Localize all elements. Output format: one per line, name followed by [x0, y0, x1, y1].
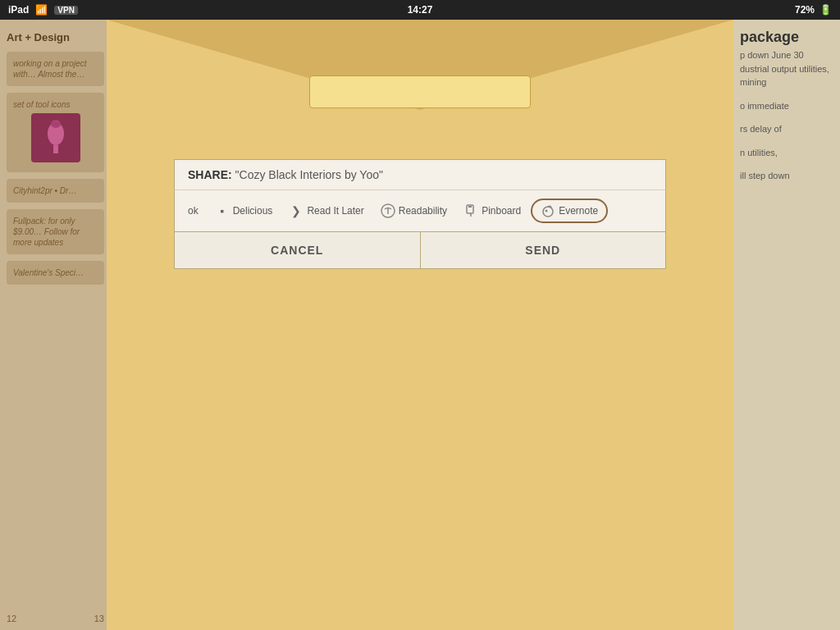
share-options-row: ok ▪ Delicious ❯ Read It Later Reada: [174, 189, 666, 232]
list-item: Valentine's Speci…: [7, 261, 104, 285]
card-image: [31, 113, 80, 162]
list-item: Cityhint2pr • Dr…: [7, 179, 104, 203]
delicious-icon: ▪: [215, 203, 230, 218]
status-left: iPad 📶 VPN: [8, 4, 78, 16]
share-option-evernote[interactable]: Evernote: [531, 199, 608, 223]
send-button[interactable]: SEND: [421, 232, 666, 268]
battery-icon: 🔋: [819, 4, 832, 16]
battery-label: 72%: [795, 4, 815, 16]
left-col-title: Art + Design: [7, 26, 104, 52]
share-label: SHARE:: [188, 168, 232, 181]
status-right: 72% 🔋: [795, 4, 832, 16]
envelope-input: [309, 75, 531, 108]
delicious-label: Delicious: [233, 205, 273, 217]
share-option-pinboard[interactable]: Pinboard: [457, 199, 527, 222]
status-bar: iPad 📶 VPN 14:27 72% 🔋: [0, 0, 840, 20]
svg-point-9: [546, 210, 548, 212]
share-dialog: SHARE: "Cozy Black Interiors by Yoo" ok …: [174, 159, 666, 269]
cancel-button[interactable]: CANCEL: [175, 232, 421, 268]
svg-point-2: [51, 120, 61, 128]
share-title: "Cozy Black Interiors by Yoo": [235, 168, 383, 181]
list-item: Fullpack: for only $9.00… Follow for mor…: [7, 209, 104, 254]
evernote-label: Evernote: [559, 205, 598, 217]
right-column: package p down June 30 dustrial output u…: [733, 20, 840, 630]
wifi-icon: 📶: [35, 4, 48, 16]
list-item: set of tool icons: [7, 93, 104, 172]
readability-icon: [381, 203, 395, 218]
share-header: SHARE: "Cozy Black Interiors by Yoo": [174, 159, 666, 189]
ok-label: ok: [188, 205, 199, 217]
left-column: Art + Design working on a project with… …: [0, 20, 111, 630]
list-item: working on a project with… Almost the…: [7, 52, 104, 86]
action-buttons: CANCEL SEND: [174, 232, 666, 269]
readability-label: Readability: [399, 205, 447, 217]
bottom-navigation: 12 13: [0, 607, 111, 630]
share-option-delicious[interactable]: ▪ Delicious: [208, 199, 280, 222]
share-option-readitlater[interactable]: ❯ Read It Later: [282, 199, 370, 222]
page-next: 13: [94, 614, 104, 623]
share-option-ok[interactable]: ok: [181, 201, 205, 221]
readitlater-label: Read It Later: [307, 205, 363, 217]
evernote-icon: [541, 203, 555, 218]
article-headline: package: [740, 26, 833, 48]
pinboard-label: Pinboard: [482, 205, 521, 217]
ipad-label: iPad: [8, 4, 29, 16]
svg-rect-1: [53, 145, 58, 153]
pinboard-icon: [463, 203, 478, 218]
svg-rect-6: [468, 206, 472, 208]
readitlater-icon: ❯: [289, 203, 304, 218]
page-prev: 12: [7, 614, 16, 623]
envelope-overlay: SHARE: "Cozy Black Interiors by Yoo" ok …: [107, 20, 733, 630]
vpn-badge: VPN: [54, 6, 78, 15]
share-option-readability[interactable]: Readability: [374, 199, 454, 222]
status-time: 14:27: [408, 4, 433, 16]
